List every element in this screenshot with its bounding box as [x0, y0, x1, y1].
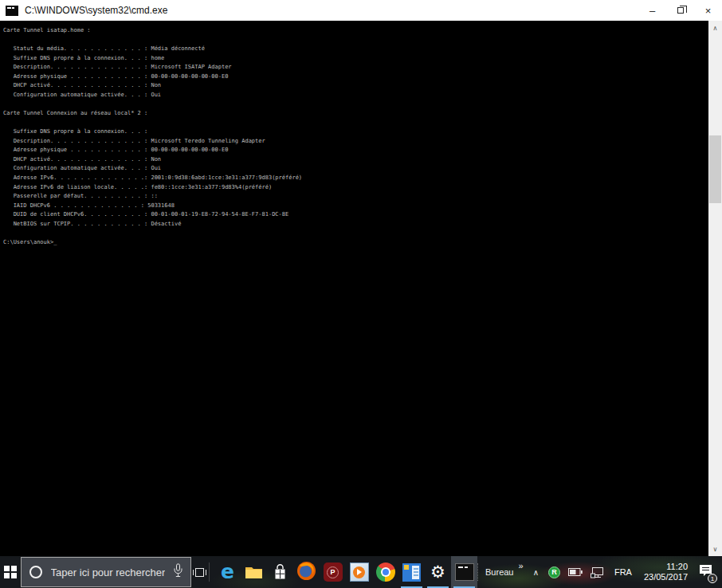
taskbar-separator — [209, 563, 210, 582]
cortana-icon — [29, 566, 42, 578]
cmd-icon — [455, 563, 474, 581]
store-icon — [273, 564, 288, 581]
toolbar-expand-chevron[interactable]: » — [519, 561, 524, 570]
taskbar-app-store[interactable] — [267, 556, 293, 588]
window-title: C:\WINDOWS\system32\cmd.exe — [25, 5, 167, 16]
taskbar-app-edge[interactable]: e — [214, 556, 241, 588]
scroll-up-arrow[interactable]: ∧ — [708, 22, 722, 34]
media-player-app-icon — [350, 563, 369, 582]
toolbar-grip[interactable] — [477, 563, 480, 581]
taskbar-app-document[interactable] — [398, 556, 425, 588]
taskbar-app-file-explorer[interactable] — [241, 556, 267, 588]
chrome-icon — [376, 563, 395, 582]
notification-badge: 1 — [708, 574, 717, 583]
minimize-button[interactable]: – — [638, 0, 666, 21]
console[interactable]: Carte Tunnel isatap.home : Statut du méd… — [0, 21, 722, 556]
taskbar-apps: e P ⚙ — [214, 556, 477, 588]
battery-icon[interactable] — [568, 568, 583, 576]
file-explorer-icon — [245, 565, 263, 579]
network-icon[interactable] — [591, 566, 605, 578]
scroll-thumb[interactable] — [709, 135, 721, 203]
restore-button[interactable] — [666, 0, 694, 21]
tray-date: 23/05/2017 — [644, 572, 688, 582]
language-indicator[interactable]: FRA — [614, 567, 632, 577]
windows-logo-icon — [4, 566, 17, 578]
taskbar-app-chrome[interactable] — [372, 556, 398, 588]
titlebar[interactable]: C:\WINDOWS\system32\cmd.exe – × — [0, 0, 722, 21]
tray-time: 11:20 — [644, 562, 688, 572]
scroll-down-arrow[interactable]: ∨ — [708, 543, 722, 555]
window-controls: – × — [638, 0, 722, 21]
tray-clock[interactable]: 11:20 23/05/2017 — [644, 562, 688, 582]
taskbar-app-settings[interactable]: ⚙ — [425, 556, 451, 588]
firefox-icon — [296, 561, 316, 584]
document-app-icon — [402, 563, 421, 582]
search-placeholder: Taper ici pour rechercher — [51, 566, 166, 578]
system-tray: Bureau » ∧ R FRA 11:20 23/05/2017 1 — [477, 556, 722, 588]
close-button[interactable]: × — [694, 0, 722, 21]
task-view-button[interactable] — [191, 556, 207, 588]
taskbar-app-firefox[interactable] — [293, 556, 320, 588]
microphone-icon[interactable] — [174, 563, 182, 581]
desktop-toolbar-label[interactable]: Bureau — [485, 567, 513, 577]
r-green-tray-icon[interactable]: R — [548, 566, 560, 578]
hidden-icons-chevron[interactable]: ∧ — [533, 568, 539, 577]
search-box[interactable]: Taper ici pour rechercher — [21, 557, 192, 587]
cmd-window-icon — [6, 6, 18, 16]
notification-center-button[interactable]: 1 — [699, 564, 712, 580]
task-view-icon — [192, 566, 207, 578]
taskbar: Taper ici pour rechercher e P ⚙ — [0, 556, 722, 588]
red-p-app-icon: P — [324, 563, 343, 582]
taskbar-app-cmd[interactable] — [451, 556, 477, 588]
console-scrollbar[interactable]: ∧ ∨ — [708, 21, 722, 556]
restore-icon — [677, 7, 684, 14]
console-output: Carte Tunnel isatap.home : Statut du méd… — [3, 26, 302, 248]
edge-icon: e — [221, 563, 234, 581]
start-button[interactable] — [0, 556, 21, 588]
settings-gear-icon: ⚙ — [430, 564, 445, 581]
taskbar-app-red-p[interactable]: P — [320, 556, 346, 588]
taskbar-app-media-player[interactable] — [346, 556, 372, 588]
screen: C:\WINDOWS\system32\cmd.exe – × Carte Tu… — [0, 0, 722, 588]
